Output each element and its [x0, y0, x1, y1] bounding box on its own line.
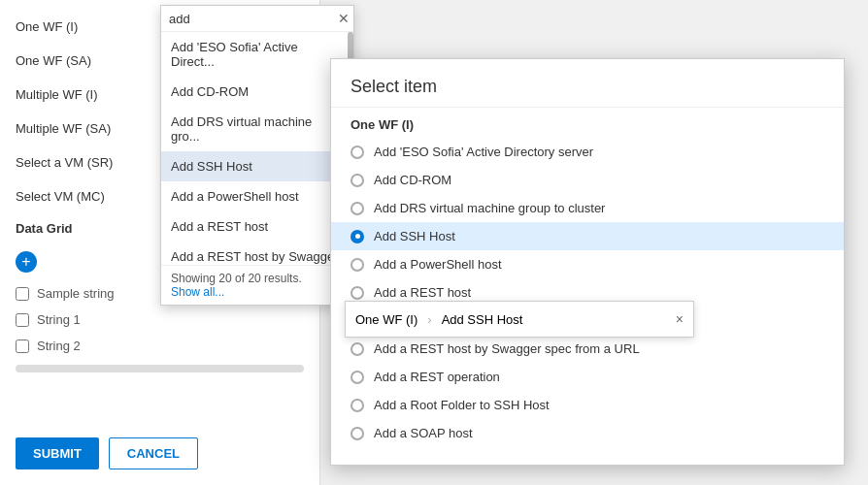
cancel-button[interactable]: CANCEL: [109, 437, 198, 469]
modal-group-label: One WF (I): [331, 108, 844, 138]
dropdown-item-6[interactable]: Add a REST host by Swagger: [161, 242, 353, 265]
grid-row-string2: String 2: [0, 333, 319, 359]
dropdown-footer: Showing 20 of 20 results. Show all...: [161, 265, 353, 305]
add-circle-button[interactable]: +: [16, 251, 37, 273]
checkbox-string2[interactable]: [16, 340, 29, 353]
dropdown-item-5[interactable]: Add a REST host: [161, 211, 353, 242]
dropdown-item-3[interactable]: Add SSH Host: [161, 151, 353, 181]
modal-item-1[interactable]: Add CD-ROM: [331, 166, 844, 194]
dropdown-popup: ✕ Add 'ESO Sofia' Active Direct... Add C…: [160, 5, 354, 306]
dropdown-item-0[interactable]: Add 'ESO Sofia' Active Direct...: [161, 32, 353, 77]
radio-7: [351, 342, 364, 356]
dropdown-close-button[interactable]: ✕: [336, 11, 351, 26]
show-all-link[interactable]: Show all...: [171, 285, 224, 299]
dropdown-list: Add 'ESO Sofia' Active Direct... Add CD-…: [161, 32, 353, 265]
radio-4: [351, 258, 364, 272]
dropdown-search-input[interactable]: [169, 12, 332, 26]
dropdown-item-2[interactable]: Add DRS virtual machine gro...: [161, 107, 353, 151]
radio-9: [351, 399, 364, 412]
dropdown-search-row: ✕: [161, 6, 353, 32]
radio-8: [351, 371, 364, 384]
dropdown-item-4[interactable]: Add a PowerShell host: [161, 181, 353, 211]
radio-5: [351, 286, 364, 300]
breadcrumb-part1: One WF (I): [355, 312, 417, 327]
breadcrumb-bar: One WF (I) › Add SSH Host ×: [345, 301, 694, 338]
select-item-modal: Select item One WF (I) Add 'ESO Sofia' A…: [330, 58, 845, 466]
radio-1: [351, 174, 364, 187]
radio-3: [351, 230, 364, 243]
breadcrumb-close-button[interactable]: ×: [676, 311, 684, 327]
radio-2: [351, 202, 364, 215]
breadcrumb-divider: ›: [427, 312, 431, 327]
modal-item-2[interactable]: Add DRS virtual machine group to cluster: [331, 194, 844, 222]
submit-button[interactable]: SUBMIT: [16, 437, 99, 469]
modal-item-9[interactable]: Add a Root Folder to SSH Host: [331, 391, 844, 419]
radio-0: [351, 146, 364, 159]
modal-item-0[interactable]: Add 'ESO Sofia' Active Directory server: [331, 138, 844, 166]
grid-scrollbar[interactable]: [16, 365, 304, 372]
modal-item-8[interactable]: Add a REST operation: [331, 363, 844, 391]
radio-10: [351, 427, 364, 440]
modal-item-10[interactable]: Add a SOAP host: [331, 419, 844, 447]
dropdown-item-1[interactable]: Add CD-ROM: [161, 77, 353, 107]
checkbox-string1[interactable]: [16, 313, 29, 327]
grid-row-string1: String 1: [0, 307, 319, 333]
modal-title: Select item: [331, 59, 844, 108]
bottom-buttons: SUBMIT CANCEL: [16, 437, 198, 469]
modal-item-7[interactable]: Add a REST host by Swagger spec from a U…: [331, 335, 844, 363]
modal-item-3[interactable]: Add SSH Host: [331, 222, 844, 250]
checkbox-sample[interactable]: [16, 287, 29, 301]
modal-item-4[interactable]: Add a PowerShell host: [331, 250, 844, 278]
breadcrumb-part2: Add SSH Host: [442, 312, 523, 327]
